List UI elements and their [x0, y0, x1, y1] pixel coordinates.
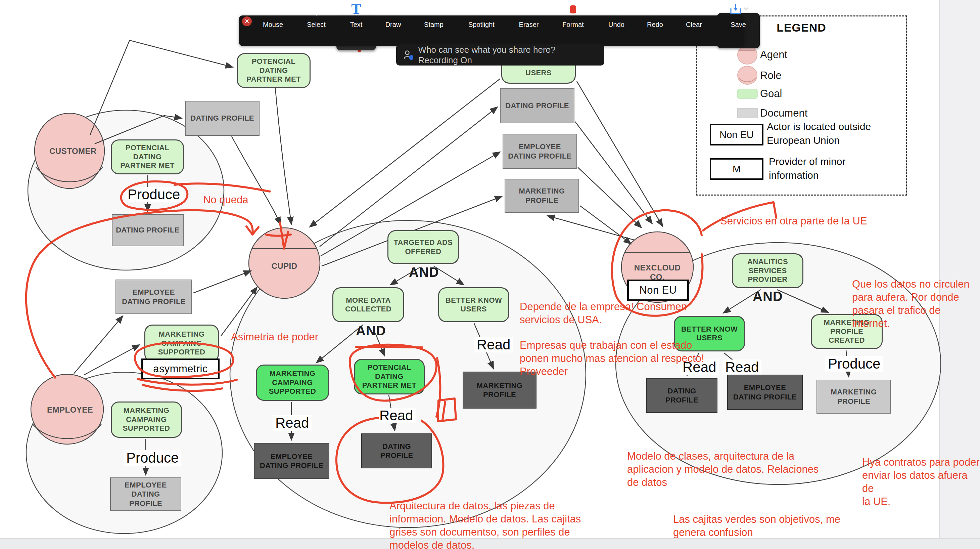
toolbar-undo-button[interactable]: Undo	[597, 2, 636, 29]
label-non-eu: Non EU	[627, 279, 689, 301]
annotation-cajitas: Las cajitas verdes son objetivos, me gen…	[673, 513, 840, 539]
document-employee-dating-profile-employee: EMPLOYEE DATING PROFILE	[110, 477, 181, 511]
goal-potencial-dating-partner-met-central: POTENCIAL DATING PARTNER MET	[354, 359, 425, 394]
document-symbol-icon	[737, 107, 758, 120]
legend-m-box: M	[710, 158, 764, 180]
chevron-down-icon	[744, 8, 748, 10]
annotation-servicios: Servicios en otra parte de la UE	[720, 214, 867, 227]
legend-agent-label: Agent	[760, 49, 787, 61]
goal-potencial-dating-partner-met-customer: POTENCIAL DATING PARTNER MET	[111, 139, 184, 174]
annotation-arquitectura: Arquitectura de datos, las piezas de inf…	[390, 499, 581, 549]
text-tool-icon: T	[351, 2, 361, 16]
toolbar-stamp-button[interactable]: Stamp	[414, 2, 453, 29]
relation-read-right-2: Read	[722, 359, 761, 375]
goal-potencial-dating-partner-met-top: POTENCIAL DATING PARTNER MET	[237, 53, 310, 88]
annotation-empresas: Empresas que trabajan con el estado pone…	[520, 339, 704, 378]
trash-icon	[688, 2, 700, 16]
annotation-hya: Hya contratos para poder enviar los dato…	[862, 456, 980, 508]
annotation-asimetria: Asimetria de poder	[231, 330, 318, 343]
toolbar-spotlight-button[interactable]: Spotlight	[462, 2, 501, 29]
toolbar-eraser-button[interactable]: Eraser	[509, 2, 548, 29]
relation-and-right: AND	[753, 289, 783, 304]
shared-screen-canvas: CUSTOMER POTENCIAL DATING PARTNER MET DA…	[0, 0, 980, 549]
privacy-person-shield-icon	[403, 49, 414, 61]
legend-m-desc: Provider of minor information	[769, 155, 845, 182]
document-dating-profile-customer: DATING PROFILE	[112, 214, 184, 246]
document-marketing-profile-right: MARKETING PROFILE	[816, 380, 891, 413]
goal-marketing-campaing-supported-central: MARKETING CAMPAING SUPPORTED	[256, 365, 329, 401]
toolbar-text-button[interactable]: T Text	[337, 2, 376, 29]
legend-document-label: Document	[760, 107, 807, 119]
privacy-tooltip-text: Who can see what you share here? Recordi…	[418, 45, 598, 65]
spotlight-wand-icon	[475, 2, 488, 16]
checkmark-stamp-icon	[428, 2, 440, 16]
relation-read-central-left: Read	[273, 415, 312, 431]
goal-targeted-ads-offered: TARGETED ADS OFFERED	[387, 230, 459, 264]
mouse-cursor-icon	[267, 2, 278, 16]
toolbar-select-button[interactable]: Select	[297, 2, 336, 29]
label-asymmetric: asymmetric	[142, 359, 220, 379]
role-symbol-icon	[737, 65, 758, 86]
toolbar-format-button[interactable]: Format	[554, 2, 593, 29]
document-employee-dating-profile-left: EMPLOYEE DATING PROFILE	[116, 279, 192, 314]
relation-and-central-top: AND	[409, 265, 439, 280]
goal-marketing-campaing-supported-employee: MARKETING CAMPAING SUPPORTED	[111, 402, 182, 438]
relation-produce-customer: Produce	[125, 187, 183, 202]
annotation-que-los-datos: Que los datos no circulen para aufera. P…	[852, 278, 980, 330]
draw-wave-icon	[387, 2, 400, 16]
actor-nexcloud: NEXCLOUD CO.	[630, 263, 684, 282]
relation-read-central-bottom: Read	[377, 408, 416, 423]
privacy-tooltip[interactable]: Who can see what you share here? Recordi…	[396, 44, 604, 65]
eraser-icon	[523, 2, 535, 16]
actor-cupid: CUPID	[264, 262, 304, 271]
relation-produce-employee: Produce	[124, 450, 181, 466]
legend-role-label: Role	[760, 70, 781, 81]
legend-goal-label: Goal	[760, 88, 782, 100]
format-color-icon	[567, 2, 579, 16]
relation-read-central-right: Read	[474, 337, 513, 353]
document-dating-profile-central: DATING PROFILE	[361, 433, 432, 468]
legend-non-eu-desc: Actor is located outside European Union	[767, 120, 871, 147]
goal-more-data-collected: MORE DATA COLLECTED	[332, 287, 404, 322]
goal-marketing-campaing-supported-left: MARKETING CAMPAING SUPPORTED	[144, 324, 219, 362]
relation-produce-right: Produce	[825, 356, 883, 372]
document-dating-profile-right: DATING PROFILE	[646, 378, 718, 413]
document-marketing-profile-column: MARKETING PROFILE	[504, 179, 579, 213]
save-download-icon	[728, 2, 748, 16]
undo-arrow-icon	[610, 2, 622, 16]
goal-symbol-icon	[737, 87, 758, 101]
document-employee-dating-profile-right: EMPLOYEE DATING PROFILE	[727, 375, 803, 410]
goal-better-know-users-central: BETTER KNOW USERS	[438, 287, 509, 322]
document-dating-profile-column: DATING PROFILE	[500, 88, 574, 123]
annotation-modelo: Modelo de clases, arquitectura de la apl…	[627, 450, 819, 489]
actor-customer: CUSTOMER	[49, 147, 90, 156]
redo-arrow-icon	[649, 2, 661, 16]
toolbar-redo-button[interactable]: Redo	[636, 2, 675, 29]
toolbar-clear-button[interactable]: Clear	[675, 2, 713, 29]
toolbar-draw-button[interactable]: Draw	[374, 2, 413, 29]
close-toolbar-button[interactable]: ✕	[242, 16, 252, 26]
legend-non-eu-box: Non EU	[710, 124, 764, 145]
goal-analitics-services-provider: ANALITICS SERVICES PROVIDER	[732, 253, 803, 288]
relation-and-central-mid: AND	[356, 323, 386, 338]
document-dating-profile-topleft: DATING PROFILE	[185, 101, 259, 136]
actor-employee: EMPLOYEE	[47, 405, 87, 415]
toolbar-save-button[interactable]: Save	[719, 2, 758, 29]
annotation-depende: Depende de la empresa! Consumen servicio…	[520, 300, 687, 326]
document-employee-dating-profile-column: EMPLOYEE DATING PROFILE	[503, 134, 577, 169]
document-employee-dating-profile-central: EMPLOYEE DATING PROFILE	[254, 443, 329, 479]
toolbar-mouse-button[interactable]: Mouse	[253, 2, 293, 29]
annotation-no-queda: No queda	[203, 193, 248, 206]
move-select-icon	[310, 2, 323, 16]
